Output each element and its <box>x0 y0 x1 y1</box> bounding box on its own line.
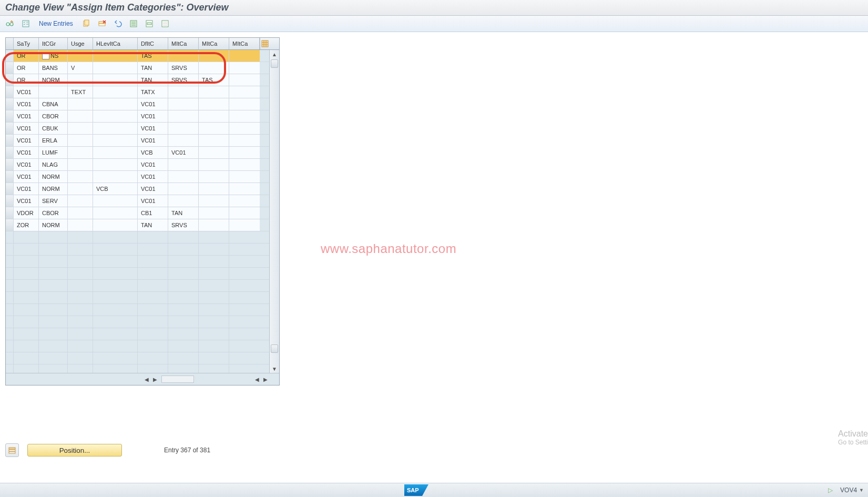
cell-saty[interactable]: VC01 <box>14 110 39 122</box>
cell-mitca1[interactable] <box>168 195 199 207</box>
cell-mitca1[interactable]: VC01 <box>168 147 199 158</box>
cell-dfitc[interactable]: VC01 <box>138 195 168 207</box>
cell-usge[interactable] <box>68 98 93 110</box>
cell-usge[interactable] <box>68 74 93 86</box>
cell-empty[interactable] <box>93 256 138 267</box>
cell-mitca1[interactable] <box>168 135 199 146</box>
cell-empty[interactable] <box>199 268 229 279</box>
cell-itcgr[interactable]: CBOR <box>39 110 68 122</box>
cell-itcgr[interactable]: SERV <box>39 195 68 207</box>
cell-saty[interactable]: VC01 <box>14 171 39 182</box>
cell-saty[interactable]: OR <box>14 62 39 74</box>
cell-empty[interactable] <box>14 352 39 364</box>
cell-mitca2[interactable] <box>199 123 229 134</box>
cell-empty[interactable] <box>39 231 68 243</box>
cell-empty[interactable] <box>199 328 229 340</box>
cell-empty[interactable] <box>93 328 138 340</box>
cell-hlevitca[interactable] <box>93 147 138 158</box>
row-selector[interactable] <box>6 219 14 231</box>
cell-empty[interactable] <box>14 268 39 279</box>
row-selector[interactable] <box>6 231 14 243</box>
scroll-down-button[interactable]: ▼ <box>270 364 279 373</box>
col-header-mitca2[interactable]: MItCa <box>199 38 229 49</box>
cell-mitca3[interactable] <box>229 207 260 219</box>
row-selector[interactable] <box>6 50 14 62</box>
cell-dfitc[interactable]: TAN <box>138 62 168 74</box>
row-selector[interactable] <box>6 256 14 267</box>
cell-empty[interactable] <box>168 244 199 255</box>
cell-empty[interactable] <box>138 340 168 352</box>
row-selector[interactable] <box>6 110 14 122</box>
cell-empty[interactable] <box>93 304 138 316</box>
cell-empty[interactable] <box>68 328 93 340</box>
status-nav-icon[interactable]: ▷ <box>828 486 833 494</box>
cell-usge[interactable] <box>68 171 93 182</box>
scroll-track[interactable] <box>270 58 279 364</box>
row-selector[interactable] <box>6 98 14 110</box>
cell-itcgr[interactable]: NORM <box>39 183 68 195</box>
cell-usge[interactable] <box>68 50 93 62</box>
cell-hlevitca[interactable] <box>93 86 138 98</box>
cell-empty[interactable] <box>229 304 260 316</box>
cell-hlevitca[interactable] <box>93 74 138 86</box>
cell-saty[interactable]: VDOR <box>14 207 39 219</box>
cell-dfitc[interactable]: VC01 <box>138 171 168 182</box>
cell-mitca3[interactable] <box>229 147 260 158</box>
cell-mitca1[interactable] <box>168 171 199 182</box>
cell-dfitc[interactable]: TATX <box>138 86 168 98</box>
scroll-thumb-top[interactable] <box>271 59 278 68</box>
cell-empty[interactable] <box>93 231 138 243</box>
cell-mitca2[interactable] <box>199 183 229 195</box>
cell-empty[interactable] <box>229 292 260 303</box>
cell-empty[interactable] <box>229 352 260 364</box>
cell-mitca3[interactable] <box>229 110 260 122</box>
row-selector[interactable] <box>6 74 14 86</box>
row-selector[interactable] <box>6 86 14 98</box>
cell-dfitc[interactable]: VC01 <box>138 110 168 122</box>
cell-empty[interactable] <box>229 280 260 291</box>
cell-empty[interactable] <box>138 328 168 340</box>
cell-hlevitca[interactable] <box>93 98 138 110</box>
hscroll-left2-button[interactable]: ◀ <box>253 375 261 383</box>
cell-mitca1[interactable] <box>168 110 199 122</box>
cell-dfitc[interactable]: VC01 <box>138 98 168 110</box>
col-header-hlevitca[interactable]: HLevItCa <box>93 38 138 49</box>
cell-empty[interactable] <box>39 340 68 352</box>
cell-empty[interactable] <box>168 268 199 279</box>
cell-empty[interactable] <box>138 280 168 291</box>
position-button[interactable]: Position... <box>27 444 122 457</box>
cell-empty[interactable] <box>199 340 229 352</box>
cell-dfitc[interactable]: TAN <box>138 219 168 231</box>
cell-empty[interactable] <box>68 231 93 243</box>
cell-hlevitca[interactable] <box>93 50 138 62</box>
cell-mitca2[interactable] <box>199 219 229 231</box>
cell-itcgr[interactable]: NORM <box>39 171 68 182</box>
cell-mitca2[interactable] <box>199 171 229 182</box>
cell-hlevitca[interactable] <box>93 195 138 207</box>
cell-saty[interactable]: VC01 <box>14 159 39 170</box>
cell-empty[interactable] <box>14 316 39 328</box>
col-header-dfitc[interactable]: DfItC <box>138 38 168 49</box>
cell-empty[interactable] <box>14 231 39 243</box>
cell-saty[interactable]: VC01 <box>14 135 39 146</box>
f4-help-icon[interactable] <box>42 52 49 59</box>
cell-empty[interactable] <box>199 292 229 303</box>
row-selector[interactable] <box>6 280 14 291</box>
cell-empty[interactable] <box>14 292 39 303</box>
col-header-saty[interactable]: SaTy <box>14 38 39 49</box>
cell-empty[interactable] <box>168 340 199 352</box>
cell-empty[interactable] <box>14 364 39 373</box>
cell-itcgr[interactable]: CBNA <box>39 98 68 110</box>
cell-mitca2[interactable] <box>199 86 229 98</box>
cell-empty[interactable] <box>138 292 168 303</box>
new-entries-button[interactable]: New Entries <box>36 19 76 28</box>
cell-empty[interactable] <box>168 292 199 303</box>
cell-empty[interactable] <box>14 328 39 340</box>
cell-usge[interactable]: TEXT <box>68 86 93 98</box>
cell-empty[interactable] <box>229 340 260 352</box>
cell-mitca1[interactable] <box>168 183 199 195</box>
cell-empty[interactable] <box>93 268 138 279</box>
cell-empty[interactable] <box>93 364 138 373</box>
row-selector[interactable] <box>6 364 14 373</box>
cell-saty[interactable]: OR <box>14 50 39 62</box>
